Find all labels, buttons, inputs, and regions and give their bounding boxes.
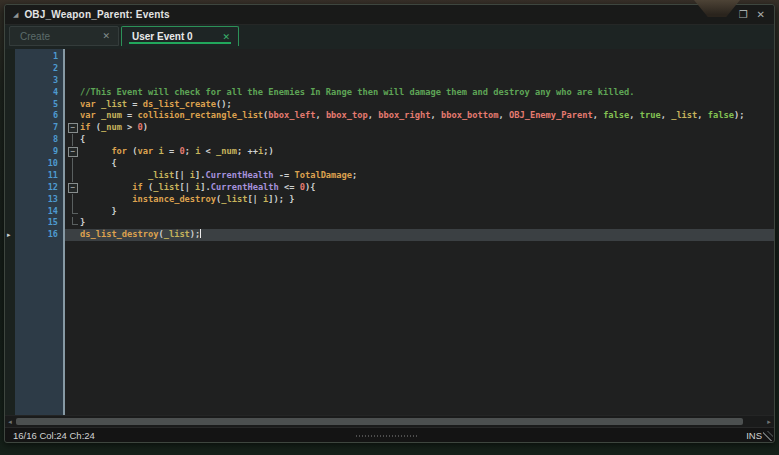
code-line[interactable]: 14 } <box>5 206 774 218</box>
code-token: true <box>640 110 661 120</box>
code-text[interactable]: //This Event will check for all the Enem… <box>80 87 774 99</box>
line-margin[interactable] <box>5 99 15 111</box>
code-token: , <box>593 110 603 120</box>
fold-column[interactable]: − <box>65 182 80 194</box>
code-line[interactable]: 2 <box>5 63 774 75</box>
line-number[interactable]: 7 <box>15 122 63 134</box>
code-text[interactable] <box>80 51 774 63</box>
code-line[interactable]: 12− if (_list[| i].CurrentHealth <= 0){ <box>5 182 774 194</box>
fold-collapse-icon[interactable]: − <box>68 147 78 157</box>
fold-column[interactable]: − <box>65 122 80 134</box>
line-margin[interactable] <box>5 146 15 158</box>
line-margin[interactable] <box>5 206 15 218</box>
scroll-left-arrow-icon[interactable]: ◂ <box>5 416 15 427</box>
fold-column <box>65 170 80 182</box>
code-line[interactable]: 7−if (_num > 0) <box>5 122 774 134</box>
maximize-button[interactable]: ❐ <box>739 10 748 20</box>
code-token: { <box>80 158 117 168</box>
line-number[interactable]: 15 <box>15 217 63 229</box>
line-number[interactable]: 5 <box>15 99 63 111</box>
line-number[interactable]: 6 <box>15 110 63 122</box>
code-text[interactable] <box>80 63 774 75</box>
code-text[interactable]: { <box>80 134 774 146</box>
tab-user-event-0[interactable]: User Event 0 ✕ <box>121 26 239 46</box>
horizontal-scrollbar[interactable]: ◂ ▸ <box>5 415 774 427</box>
line-margin[interactable] <box>5 75 15 87</box>
line-margin[interactable] <box>5 122 15 134</box>
code-line[interactable]: ▸16ds_list_destroy(_list); <box>5 229 774 241</box>
tab-close-icon[interactable]: ✕ <box>222 32 230 42</box>
collapse-icon[interactable]: ◢ <box>13 11 18 18</box>
code-text[interactable]: var _list = ds_list_create(); <box>80 99 774 111</box>
tab-close-icon[interactable]: ✕ <box>102 31 110 41</box>
line-number[interactable]: 1 <box>15 51 63 63</box>
code-line[interactable]: 6var _num = collision_rectangle_list(bbo… <box>5 110 774 122</box>
current-line-marker-icon: ▸ <box>7 229 11 241</box>
code-token: ]. <box>195 170 205 180</box>
code-token: ds_list_destroy <box>80 229 158 239</box>
line-number[interactable]: 14 <box>15 206 63 218</box>
code-token: //This Event will check for all the Enem… <box>80 87 634 97</box>
code-token: = <box>127 99 143 109</box>
resize-grip[interactable] <box>763 431 773 441</box>
line-number[interactable]: 11 <box>15 170 63 182</box>
code-text[interactable]: if (_list[| i].CurrentHealth <= 0){ <box>80 182 774 194</box>
code-text[interactable]: instance_destroy(_list[| i]); } <box>80 194 774 206</box>
code-line[interactable]: 3 <box>5 75 774 87</box>
line-margin[interactable] <box>5 217 15 229</box>
line-number[interactable]: 9 <box>15 146 63 158</box>
line-margin[interactable] <box>5 110 15 122</box>
code-text[interactable]: for (var i = 0; i < _num; ++i;) <box>80 146 774 158</box>
line-margin[interactable]: ▸ <box>5 229 15 241</box>
code-text[interactable]: ds_list_destroy(_list); <box>80 229 774 241</box>
code-text[interactable]: { <box>80 158 774 170</box>
code-line[interactable]: 5var _list = ds_list_create(); <box>5 99 774 111</box>
code-line[interactable]: 15} <box>5 217 774 229</box>
line-number[interactable]: 3 <box>15 75 63 87</box>
line-margin[interactable] <box>5 63 15 75</box>
line-margin[interactable] <box>5 87 15 99</box>
close-button[interactable]: ✕ <box>757 10 765 20</box>
line-number[interactable]: 16 <box>15 229 63 241</box>
code-line[interactable]: 8{ <box>5 134 774 146</box>
fold-column[interactable]: − <box>65 146 80 158</box>
code-line[interactable]: 13 instance_destroy(_list[| i]); } <box>5 194 774 206</box>
tab-label: Create <box>20 31 50 42</box>
code-text[interactable]: } <box>80 217 774 229</box>
code-text[interactable]: var _num = collision_rectangle_list(bbox… <box>80 110 774 122</box>
code-token: = <box>122 110 138 120</box>
line-number[interactable]: 4 <box>15 87 63 99</box>
tab-create[interactable]: Create ✕ <box>9 26 119 46</box>
code-token: = <box>164 146 180 156</box>
title-bar[interactable]: ◢ OBJ_Weapon_Parent: Events ❐ ✕ <box>5 5 774 25</box>
scroll-right-arrow-icon[interactable]: ▸ <box>764 416 774 427</box>
code-editor[interactable]: 1234//This Event will check for all the … <box>5 49 774 415</box>
code-line[interactable]: 4//This Event will check for all the Ene… <box>5 87 774 99</box>
line-number[interactable]: 8 <box>15 134 63 146</box>
line-number[interactable]: 12 <box>15 182 63 194</box>
line-number[interactable]: 13 <box>15 194 63 206</box>
scrollbar-thumb[interactable] <box>16 418 743 425</box>
line-margin[interactable] <box>5 134 15 146</box>
code-text[interactable]: } <box>80 206 774 218</box>
line-margin[interactable] <box>5 170 15 182</box>
code-text[interactable] <box>80 75 774 87</box>
line-margin[interactable] <box>5 158 15 170</box>
code-lines[interactable]: 1234//This Event will check for all the … <box>5 49 774 241</box>
code-text[interactable]: _list[| i].CurrentHealth -= TotalDamage; <box>80 170 774 182</box>
line-number[interactable]: 2 <box>15 63 63 75</box>
code-text[interactable]: if (_num > 0) <box>80 122 774 134</box>
fold-collapse-icon[interactable]: − <box>68 183 78 193</box>
line-margin[interactable] <box>5 182 15 194</box>
fold-collapse-icon[interactable]: − <box>68 123 78 133</box>
code-token <box>80 146 111 156</box>
code-line[interactable]: 11 _list[| i].CurrentHealth -= TotalDama… <box>5 170 774 182</box>
line-margin[interactable] <box>5 51 15 63</box>
line-number[interactable]: 10 <box>15 158 63 170</box>
code-line[interactable]: 9− for (var i = 0; i < _num; ++i;) <box>5 146 774 158</box>
code-line[interactable]: 10 { <box>5 158 774 170</box>
drag-dots-handle[interactable] <box>355 435 419 437</box>
code-line[interactable]: 1 <box>5 51 774 63</box>
code-token: var <box>80 99 96 109</box>
line-margin[interactable] <box>5 194 15 206</box>
